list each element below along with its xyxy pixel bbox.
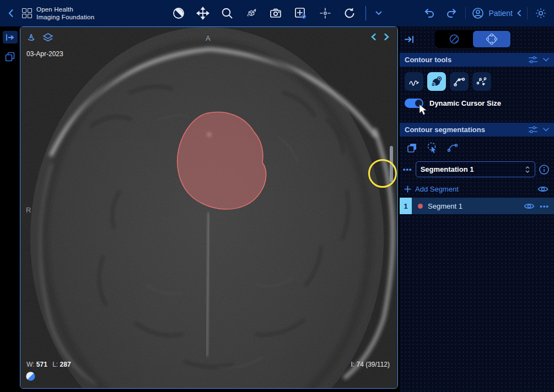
orientation-marker-icon[interactable]: A <box>26 32 37 43</box>
back-chevron-icon <box>7 9 15 18</box>
settings-gear-icon <box>535 7 547 19</box>
prev-arrow-icon <box>370 33 376 41</box>
eye-icon <box>537 185 548 193</box>
settings-button[interactable] <box>533 6 548 21</box>
rotate-3d-icon <box>245 7 258 20</box>
logo-text: Open Health Imaging Foundation <box>36 6 94 21</box>
contour-circle-icon <box>485 32 498 46</box>
section-collapse-chevron-icon[interactable] <box>543 58 549 62</box>
panel-tab-group <box>435 30 511 48</box>
segment-color-dot[interactable] <box>418 204 423 209</box>
contour-segmentations-title: Contour segmentations <box>405 126 528 134</box>
zoom-tool-button[interactable] <box>219 5 235 21</box>
top-bar: Open Health Imaging Foundation <box>0 0 554 26</box>
primary-toolbar <box>170 4 384 22</box>
window-label: W: <box>26 361 34 368</box>
previous-series-button[interactable] <box>369 32 378 43</box>
patient-icon <box>471 7 485 20</box>
next-series-button[interactable] <box>383 32 391 43</box>
toggle-knob <box>415 100 422 107</box>
contour-tools-section-header[interactable]: Contour tools <box>400 53 554 67</box>
add-segment-row: Add Segment <box>400 183 554 195</box>
orientation-label-left: R <box>26 206 31 214</box>
collapse-right-panel-button[interactable] <box>404 35 414 43</box>
back-button[interactable] <box>6 7 17 19</box>
livewire-icon <box>476 75 488 88</box>
series-copy-button[interactable] <box>4 51 15 64</box>
mri-image[interactable] <box>20 27 397 388</box>
section-settings-icon[interactable] <box>528 126 538 134</box>
zoom-icon <box>220 7 234 20</box>
pan-tool-button[interactable] <box>195 5 211 21</box>
spline-icon <box>453 75 465 88</box>
series-navigation <box>369 32 391 43</box>
spline-edit-icon <box>447 141 459 154</box>
segment-menu-button[interactable]: ••• <box>540 202 549 210</box>
expand-panel-icon <box>6 34 14 41</box>
segmentation-info-button[interactable] <box>539 164 550 175</box>
layout-grid-gear-icon <box>293 6 308 20</box>
crosshairs-tool-button[interactable] <box>317 5 334 21</box>
reset-tool-button[interactable] <box>341 5 358 21</box>
image-viewport[interactable]: A 03-Apr-2023 A R W: 571 L: 287 I: 74 (3… <box>20 26 398 389</box>
top-bar-left: Open Health Imaging Foundation <box>6 6 170 21</box>
patient-menu-button[interactable]: Patient <box>471 7 521 20</box>
svg-text:A: A <box>29 34 33 40</box>
segment-number-badge: 1 <box>400 198 412 214</box>
dynamic-cursor-toggle[interactable] <box>405 99 423 108</box>
copy-segmentation-button[interactable] <box>406 142 418 154</box>
contour-segmentations-section-header[interactable]: Contour segmentations <box>400 123 554 137</box>
tab-contour[interactable] <box>473 31 510 47</box>
layers-icon[interactable] <box>42 32 54 43</box>
spline-tool-button[interactable] <box>450 72 469 91</box>
freehand-draw-tool-button[interactable] <box>405 72 423 91</box>
crosshairs-icon <box>319 7 332 20</box>
logo-title-line1: Open Health <box>36 6 94 13</box>
sculptor-icon <box>430 75 443 88</box>
segment-row[interactable]: 1 Segment 1 ••• <box>400 198 554 214</box>
section-settings-icon[interactable] <box>528 56 538 64</box>
plus-icon <box>404 186 411 193</box>
livewire-tool-button[interactable] <box>472 72 491 91</box>
header-divider <box>527 7 528 19</box>
window-level-icon <box>172 7 185 20</box>
rotate-3d-tool-button[interactable] <box>243 5 260 21</box>
expand-left-panel-button[interactable] <box>3 31 18 43</box>
sculptor-tool-button[interactable] <box>427 72 446 91</box>
tab-segmentation[interactable] <box>435 31 473 47</box>
add-segment-label: Add Segment <box>415 185 459 193</box>
panel-header-row <box>400 26 554 51</box>
window-level-tool-button[interactable] <box>170 5 187 21</box>
select-updown-icon <box>525 166 530 173</box>
capture-tool-button[interactable] <box>267 5 284 21</box>
segmentation-actions-row <box>400 137 554 158</box>
patient-collapse-chevron-icon <box>517 10 521 17</box>
contour-tools-row <box>400 67 554 94</box>
hatched-circle-icon <box>448 33 460 45</box>
dynamic-cursor-label: Dynamic Cursor Size <box>429 99 501 107</box>
section-collapse-chevron-icon[interactable] <box>543 128 549 132</box>
slice-readout: I: 74 (39/112) <box>351 361 390 368</box>
select-contour-button[interactable] <box>426 141 438 154</box>
reset-menu-button[interactable] <box>374 9 384 17</box>
segmentation-menu-button[interactable]: ••• <box>403 165 412 173</box>
spline-edit-button[interactable] <box>447 141 459 154</box>
window-level-indicator[interactable] <box>26 372 35 383</box>
segmentation-select[interactable]: Segmentation 1 <box>416 161 535 177</box>
segment-visibility-button[interactable] <box>524 202 535 210</box>
toggle-all-visibility-button[interactable] <box>537 185 548 193</box>
contour-tools-title: Contour tools <box>405 56 528 64</box>
viewport-corner-tools: A <box>26 32 54 43</box>
header-divider <box>465 7 466 19</box>
pan-icon <box>196 7 209 20</box>
segmentation-select-row: ••• Segmentation 1 <box>400 158 554 179</box>
top-bar-right: Patient <box>384 6 548 21</box>
undo-button[interactable] <box>421 6 438 21</box>
window-level-readout: W: 571 L: 287 <box>26 361 71 368</box>
redo-button[interactable] <box>443 6 460 21</box>
undo-icon <box>423 7 436 19</box>
add-segment-button[interactable]: Add Segment <box>404 185 459 193</box>
layout-tool-button[interactable] <box>292 4 309 22</box>
study-date: 03-Apr-2023 <box>26 50 63 58</box>
app-logo[interactable]: Open Health Imaging Foundation <box>22 6 94 21</box>
